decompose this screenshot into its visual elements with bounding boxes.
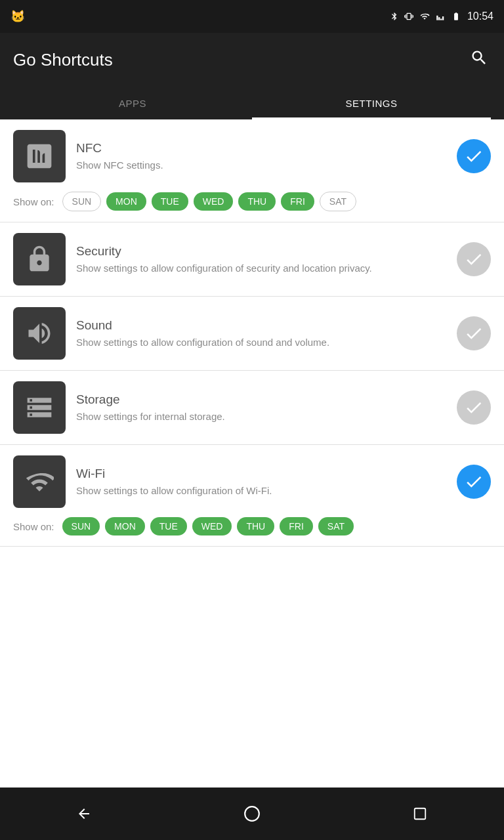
setting-item-wifi: Wi-Fi Show settings to allow configurati… xyxy=(0,445,504,547)
sound-desc: Show settings to allow configuration of … xyxy=(76,335,446,349)
sound-title: Sound xyxy=(76,318,446,333)
wifi-show-on: Show on: SUN MON TUE WED THU FRI SAT xyxy=(13,517,491,536)
nfc-day-mon[interactable]: MON xyxy=(106,192,146,211)
sound-toggle[interactable] xyxy=(457,316,491,350)
wifi-status-icon xyxy=(419,12,430,21)
setting-item-storage: Storage Show settings for internal stora… xyxy=(0,371,504,445)
nfc-title: NFC xyxy=(76,141,446,156)
storage-desc: Show settings for internal storage. xyxy=(76,410,446,423)
recents-button[interactable] xyxy=(404,797,436,830)
storage-toggle[interactable] xyxy=(457,390,491,425)
security-info: Security Show settings to allow configur… xyxy=(76,244,446,275)
nfc-day-thu[interactable]: THU xyxy=(238,192,276,211)
wifi-day-mon[interactable]: MON xyxy=(105,517,145,536)
nfc-icon-box xyxy=(13,130,66,182)
nav-bar xyxy=(0,788,504,840)
tab-apps[interactable]: APPS xyxy=(13,87,252,119)
security-desc: Show settings to allow configuration of … xyxy=(76,261,446,275)
app-title: Go Shortcuts xyxy=(13,50,113,70)
wifi-day-fri[interactable]: FRI xyxy=(280,517,313,536)
nfc-info: NFC Show NFC settings. xyxy=(76,141,446,172)
storage-info: Storage Show settings for internal stora… xyxy=(76,392,446,423)
search-button[interactable] xyxy=(467,46,491,74)
vibrate-icon xyxy=(404,10,413,22)
wifi-day-sun[interactable]: SUN xyxy=(62,517,100,536)
storage-title: Storage xyxy=(76,392,446,407)
wifi-day-thu[interactable]: THU xyxy=(237,517,274,536)
wifi-day-sat[interactable]: SAT xyxy=(318,517,354,536)
wifi-toggle[interactable] xyxy=(457,465,491,499)
security-icon-box xyxy=(13,233,66,285)
app-logo-icon: 🐱 xyxy=(10,10,25,23)
wifi-info: Wi-Fi Show settings to allow configurati… xyxy=(76,467,446,497)
setting-item-sound: Sound Show settings to allow configurati… xyxy=(0,297,504,371)
bluetooth-icon xyxy=(390,10,399,22)
back-button[interactable] xyxy=(68,797,100,830)
security-title: Security xyxy=(76,244,446,259)
setting-item-nfc: NFC Show NFC settings. Show on: SUN MON … xyxy=(0,119,504,222)
signal-icon xyxy=(436,10,445,22)
wifi-day-wed[interactable]: WED xyxy=(192,517,232,536)
wifi-icon-box xyxy=(13,455,66,508)
wifi-desc: Show settings to allow configuration of … xyxy=(76,484,446,497)
wifi-title: Wi-Fi xyxy=(76,467,446,481)
nfc-desc: Show NFC settings. xyxy=(76,158,446,172)
status-bar: 🐱 10:54 xyxy=(0,0,504,33)
svg-point-0 xyxy=(245,807,259,821)
nfc-toggle[interactable] xyxy=(457,139,491,173)
storage-icon-box xyxy=(13,381,66,434)
status-time: 10:54 xyxy=(467,10,494,22)
nfc-day-sun[interactable]: SUN xyxy=(62,192,102,211)
tabs: APPS SETTINGS xyxy=(13,87,491,119)
sound-info: Sound Show settings to allow configurati… xyxy=(76,318,446,349)
home-button[interactable] xyxy=(236,797,268,830)
nfc-show-on-label: Show on: xyxy=(13,196,54,207)
app-bar: Go Shortcuts APPS SETTINGS xyxy=(0,33,504,119)
svg-rect-1 xyxy=(415,808,426,820)
security-toggle[interactable] xyxy=(457,242,491,276)
sound-icon-box xyxy=(13,307,66,360)
battery-icon xyxy=(450,12,462,21)
setting-item-security: Security Show settings to allow configur… xyxy=(0,222,504,297)
nfc-day-fri[interactable]: FRI xyxy=(281,192,314,211)
tab-settings[interactable]: SETTINGS xyxy=(252,87,491,119)
nfc-day-tue[interactable]: TUE xyxy=(152,192,188,211)
nfc-show-on: Show on: SUN MON TUE WED THU FRI SAT xyxy=(13,192,491,211)
wifi-day-tue[interactable]: TUE xyxy=(150,517,187,536)
nfc-day-sat[interactable]: SAT xyxy=(320,192,356,211)
nfc-day-wed[interactable]: WED xyxy=(194,192,234,211)
wifi-show-on-label: Show on: xyxy=(13,521,54,532)
settings-list: NFC Show NFC settings. Show on: SUN MON … xyxy=(0,119,504,788)
